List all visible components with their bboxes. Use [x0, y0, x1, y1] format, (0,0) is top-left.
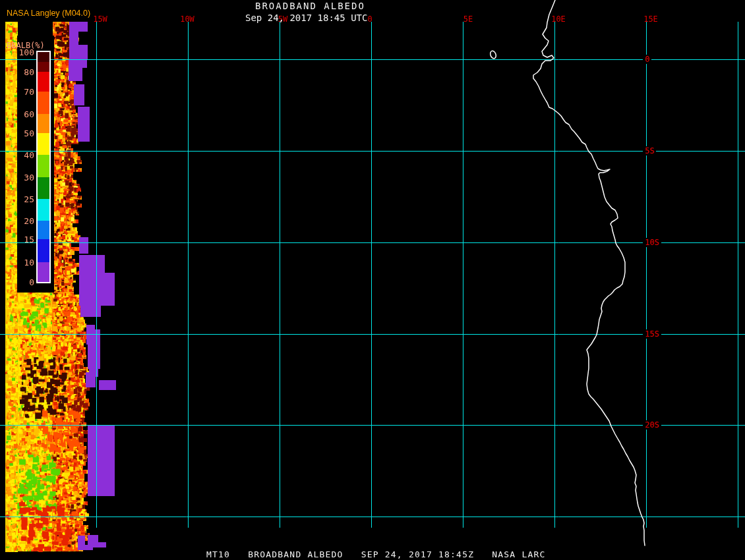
footer-caption: MT10 BROADBAND ALBEDO SEP 24, 2017 18:45… — [206, 549, 546, 559]
lat-label-15S: 15S — [643, 329, 661, 339]
colorbar-tick-100: 100 — [16, 47, 34, 57]
lon-label-15W: 15W — [93, 14, 107, 24]
colorbar-segment-3 — [38, 92, 49, 114]
lon-label-0: 0 — [367, 14, 372, 24]
colorbar-tick-20: 20 — [16, 216, 34, 226]
colorbar-segment-11 — [38, 262, 49, 282]
colorbar-segment-4 — [38, 114, 49, 133]
colorbar-segment-9 — [38, 221, 49, 239]
colorbar-tick-25: 25 — [16, 194, 34, 204]
colorbar-segment-2 — [38, 72, 49, 92]
colorbar-tick-80: 80 — [16, 67, 34, 77]
colorbar-segment-8 — [38, 199, 49, 221]
colorbar-tick-50: 50 — [16, 128, 34, 138]
colorbar-segment-6 — [38, 155, 49, 177]
colorbar-segment-5 — [38, 133, 49, 155]
albedo-product-view: NASA Langley (M04.0) BROADBAND ALBEDO Se… — [0, 0, 745, 560]
agency-label: NASA Langley (M04.0) — [7, 9, 90, 18]
lat-label-20S: 20S — [643, 420, 661, 430]
colorbar-tick-60: 60 — [16, 109, 34, 119]
colorbar-tick-40: 40 — [16, 150, 34, 160]
colorbar-tick-0: 0 — [16, 277, 34, 287]
lat-label-5S: 5S — [643, 146, 656, 155]
colorbar-segment-0 — [38, 52, 49, 62]
timestamp-label: Sep 24, 2017 18:45 UTC — [245, 13, 367, 23]
lon-label-15E: 15E — [643, 14, 658, 24]
lat-label-0: 0 — [643, 55, 651, 64]
colorbar-tick-70: 70 — [16, 87, 34, 97]
albedo-map-canvas — [0, 0, 745, 560]
colorbar-tick-10: 10 — [16, 258, 34, 267]
lon-label-10W: 10W — [180, 14, 194, 24]
colorbar-tick-30: 30 — [16, 173, 34, 182]
colorbar-segment-1 — [38, 62, 49, 72]
page-title: BROADBAND ALBEDO — [255, 1, 365, 11]
lon-label-5E: 5E — [463, 14, 473, 24]
lat-label-10S: 10S — [643, 238, 661, 247]
lon-label-10E: 10E — [551, 14, 566, 24]
colorbar-segment-7 — [38, 177, 49, 199]
colorbar-tick-15: 15 — [16, 235, 34, 244]
colorbar-segment-10 — [38, 239, 49, 262]
